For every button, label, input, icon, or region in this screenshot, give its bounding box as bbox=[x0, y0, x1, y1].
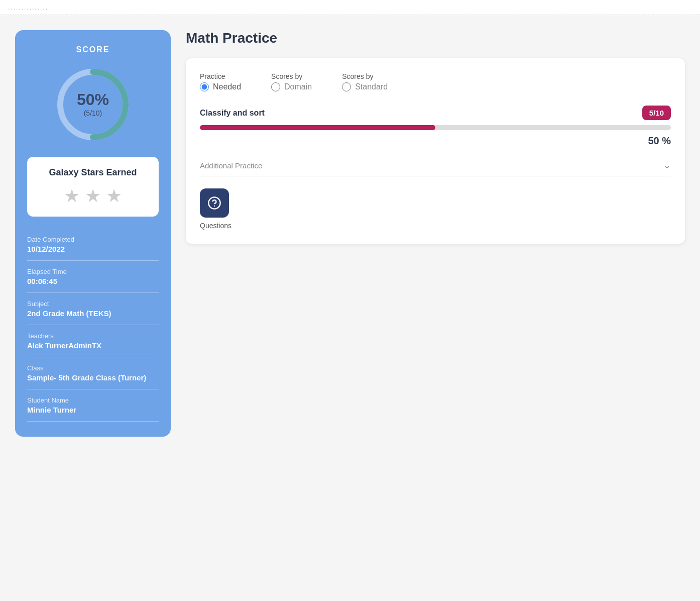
sidebar: SCORE 50% (5/10) Galaxy Stars Earned ★ ★ bbox=[15, 30, 171, 437]
top-bar-dots: ............... bbox=[8, 4, 48, 11]
radio-domain-label: Domain bbox=[284, 82, 312, 91]
questions-button[interactable] bbox=[200, 188, 229, 218]
score-badge: 5/10 bbox=[642, 106, 671, 120]
progress-bar-fill bbox=[200, 125, 435, 130]
classify-header: Classify and sort 5/10 bbox=[200, 106, 671, 120]
classify-section: Classify and sort 5/10 50 % bbox=[200, 106, 671, 147]
tab-scores-domain: Scores by Domain bbox=[271, 72, 312, 91]
info-label-teachers: Teachers bbox=[27, 332, 159, 340]
question-mark-icon bbox=[207, 196, 221, 210]
score-section: SCORE 50% (5/10) Galaxy Stars Earned ★ ★ bbox=[27, 45, 159, 217]
radio-row-standard: Standard bbox=[342, 82, 388, 91]
questions-label: Questions bbox=[200, 222, 231, 230]
progress-bar-container bbox=[200, 125, 671, 130]
tab-practice-label: Practice bbox=[200, 72, 241, 80]
circle-text: 50% (5/10) bbox=[77, 91, 109, 118]
stars-title: Galaxy Stars Earned bbox=[35, 167, 151, 178]
info-value-teachers: Alek TurnerAdminTX bbox=[27, 341, 159, 350]
info-label-time: Elapsed Time bbox=[27, 268, 159, 275]
radio-standard[interactable] bbox=[342, 82, 351, 91]
stars-card: Galaxy Stars Earned ★ ★ ★ bbox=[27, 157, 159, 217]
main-container: SCORE 50% (5/10) Galaxy Stars Earned ★ ★ bbox=[0, 15, 700, 452]
info-value-time: 00:06:45 bbox=[27, 277, 159, 285]
circle-fraction: (5/10) bbox=[84, 110, 102, 118]
info-row-teachers: Teachers Alek TurnerAdminTX bbox=[27, 325, 159, 357]
tab-domain-label: Scores by bbox=[271, 72, 312, 80]
star-1-icon: ★ bbox=[64, 185, 80, 207]
info-value-subject: 2nd Grade Math (TEKS) bbox=[27, 309, 159, 318]
info-row-student: Student Name Minnie Turner bbox=[27, 389, 159, 422]
star-3-icon: ★ bbox=[106, 185, 122, 207]
tab-standard-label: Scores by bbox=[342, 72, 388, 80]
info-section: Date Completed 10/12/2022 Elapsed Time 0… bbox=[27, 229, 159, 422]
star-2-icon: ★ bbox=[85, 185, 101, 207]
circle-percent: 50% bbox=[77, 91, 109, 109]
percent-label: 50 % bbox=[200, 135, 671, 147]
practice-card: Practice Needed Scores by Domain Scores … bbox=[186, 58, 685, 244]
classify-label: Classify and sort bbox=[200, 109, 265, 118]
score-circle: 50% (5/10) bbox=[53, 64, 133, 145]
tab-practice-needed: Practice Needed bbox=[200, 72, 241, 91]
radio-needed-label: Needed bbox=[213, 82, 241, 91]
questions-section: Questions bbox=[200, 188, 671, 230]
info-label-class: Class bbox=[27, 364, 159, 372]
info-row-date: Date Completed 10/12/2022 bbox=[27, 229, 159, 261]
info-value-student: Minnie Turner bbox=[27, 406, 159, 414]
additional-practice-row[interactable]: Additional Practice ⌄ bbox=[200, 155, 671, 176]
info-row-class: Class Sample- 5th Grade Class (Turner) bbox=[27, 357, 159, 389]
info-label-student: Student Name bbox=[27, 396, 159, 404]
top-bar: ............... bbox=[0, 0, 700, 15]
radio-needed[interactable] bbox=[200, 82, 209, 91]
radio-row-needed: Needed bbox=[200, 82, 241, 91]
info-label-date: Date Completed bbox=[27, 236, 159, 243]
info-value-date: 10/12/2022 bbox=[27, 245, 159, 253]
tab-scores-standard: Scores by Standard bbox=[342, 72, 388, 91]
info-row-time: Elapsed Time 00:06:45 bbox=[27, 261, 159, 293]
radio-domain[interactable] bbox=[271, 82, 280, 91]
info-row-subject: Subject 2nd Grade Math (TEKS) bbox=[27, 293, 159, 325]
info-value-class: Sample- 5th Grade Class (Turner) bbox=[27, 373, 159, 382]
score-title: SCORE bbox=[27, 45, 159, 54]
stars-row: ★ ★ ★ bbox=[35, 185, 151, 207]
page-title: Math Practice bbox=[186, 30, 685, 46]
radio-standard-label: Standard bbox=[355, 82, 388, 91]
radio-tabs: Practice Needed Scores by Domain Scores … bbox=[200, 72, 671, 91]
info-label-subject: Subject bbox=[27, 300, 159, 308]
chevron-down-icon: ⌄ bbox=[663, 160, 671, 171]
radio-row-domain: Domain bbox=[271, 82, 312, 91]
additional-practice-label: Additional Practice bbox=[200, 161, 262, 170]
main-content: Math Practice Practice Needed Scores by … bbox=[186, 30, 685, 437]
